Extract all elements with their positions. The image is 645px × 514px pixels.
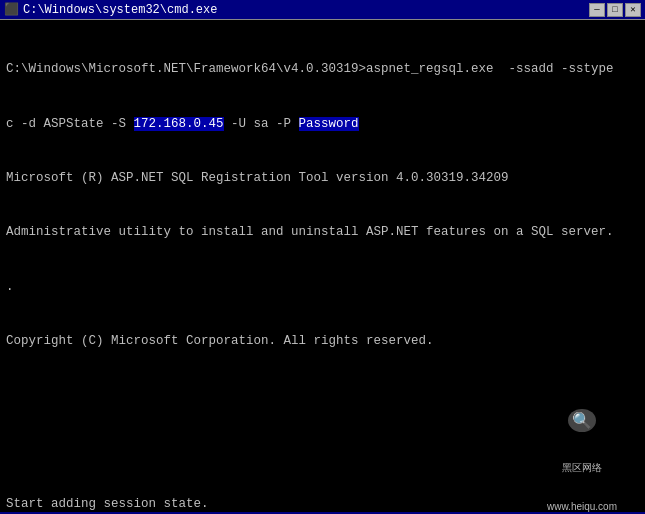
console-line-3: Microsoft (R) ASP.NET SQL Registration T…	[6, 169, 639, 187]
title-bar-icon: ⬛	[4, 2, 19, 17]
watermark: 🔍 黑区网络 www.heiqu.com	[527, 444, 637, 504]
console-line-5: .	[6, 278, 639, 296]
console-line-1: C:\Windows\Microsoft.NET\Framework64\v4.…	[6, 60, 639, 78]
maximize-button[interactable]: □	[607, 3, 623, 17]
title-bar: ⬛ C:\Windows\system32\cmd.exe ─ □ ✕	[0, 0, 645, 20]
minimize-button[interactable]: ─	[589, 3, 605, 17]
console-output: C:\Windows\Microsoft.NET\Framework64\v4.…	[0, 20, 645, 512]
watermark-icon: 🔍	[568, 409, 596, 432]
console-line-7	[6, 387, 639, 405]
console-line-2: c -d ASPState -S 172.168.0.45 -U sa -P P…	[6, 115, 639, 133]
watermark-site: 黑区网络 www.heiqu.com	[547, 435, 617, 512]
title-bar-title: C:\Windows\system32\cmd.exe	[23, 3, 217, 17]
title-bar-left: ⬛ C:\Windows\system32\cmd.exe	[4, 2, 217, 17]
pw-highlight-1: Password	[299, 117, 359, 131]
console-line-4: Administrative utility to install and un…	[6, 223, 639, 241]
ip-highlight-1: 172.168.0.45	[134, 117, 224, 131]
close-button[interactable]: ✕	[625, 3, 641, 17]
console-line-6: Copyright (C) Microsoft Corporation. All…	[6, 332, 639, 350]
title-bar-buttons: ─ □ ✕	[589, 3, 641, 17]
